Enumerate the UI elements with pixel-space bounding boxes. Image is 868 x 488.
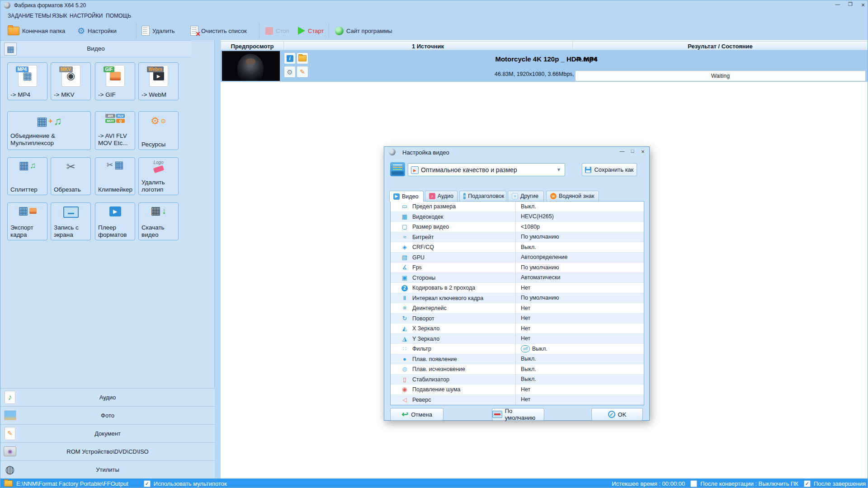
filter-off-badge: off — [521, 345, 530, 352]
setting-row-mirror-x[interactable]: ◭ X Зеркало Нет — [391, 324, 644, 334]
column-result[interactable]: Результат / Состояние — [572, 43, 868, 50]
tile-remove-logo[interactable]: Logo Удалить логотип — [138, 157, 179, 195]
edit-icon: ✎ — [300, 69, 305, 75]
setting-row-mirror-y[interactable]: ◮ Y Зеркало Нет — [391, 334, 644, 344]
maximize-button[interactable]: ❐ — [845, 1, 856, 9]
tab-watermark[interactable]: w Водяной знак — [546, 191, 599, 201]
setting-row-size-limit[interactable]: ▭ Предел размера Выкл. — [391, 202, 644, 212]
close-button[interactable]: × — [858, 1, 868, 9]
setting-row-stabilizer[interactable]: ▯ Стабилизатор Выкл. — [391, 375, 644, 385]
setting-row-two-pass[interactable]: 2 Кодировать в 2 прохода Нет — [391, 283, 644, 293]
sidebar-category-document[interactable]: ✎ Документ — [0, 424, 215, 442]
tile-to-avi-flv-mov[interactable]: AVI FLV MOV Q -> AVI FLV MOV Etc... — [95, 111, 135, 150]
setting-row-denoise[interactable]: ◉ Подавление шума Нет — [391, 385, 644, 395]
setting-row-gpu[interactable]: ▤ GPU Автоопределение — [391, 253, 644, 263]
multithread-checkbox[interactable]: ✓ — [144, 480, 151, 487]
toolbar-separator — [136, 23, 137, 38]
sidebar-category-photo[interactable]: Фото — [0, 406, 215, 424]
stop-button[interactable]: Стоп — [265, 24, 289, 38]
row-settings-button[interactable]: ⚙ — [284, 66, 296, 78]
tile-format-player[interactable]: ▶ Плеер форматов — [95, 202, 135, 240]
menu-themes[interactable]: ТЕМЫ — [35, 13, 51, 19]
setting-row-reverse[interactable]: ◁ Реверс Нет — [391, 395, 644, 405]
start-label: Старт — [308, 28, 324, 34]
tile-trim[interactable]: ✂ Обрезать — [51, 157, 91, 195]
output-path-folder-icon[interactable] — [4, 480, 13, 487]
toolbar-separator — [329, 23, 329, 38]
start-button[interactable]: Старт — [298, 24, 324, 38]
dialog-title-bar[interactable]: Настройка видео — □ × — [384, 147, 649, 158]
minimize-button[interactable]: — — [832, 1, 843, 9]
tile-download-video[interactable]: ▦↓ Скачать видео — [138, 202, 179, 240]
cancel-button[interactable]: ↩ Отмена — [390, 408, 443, 421]
settings-label: Настройки — [88, 28, 117, 34]
menu-help[interactable]: ПОМОЩЬ — [106, 13, 131, 19]
setting-row-fade-out[interactable]: ◍ Плав. исчезновение Выкл. — [391, 364, 644, 375]
setting-row-crf[interactable]: ◈ CRF/CQ Выкл. — [391, 242, 644, 253]
dialog-minimize-button[interactable]: — — [618, 148, 627, 155]
after-completion-label: После завершения — [814, 480, 866, 487]
sidebar-section-video[interactable]: ▦ Видео — [0, 40, 191, 57]
tab-audio[interactable]: ♪ Аудио — [425, 191, 458, 201]
export-frame-icon: ▦ — [8, 205, 47, 216]
tile-to-mp4[interactable]: MP4 ▦ -> MP4 — [7, 62, 47, 100]
tile-clipmaker[interactable]: ✂▦ Клипмейкер — [95, 157, 135, 195]
elapsed-time: Истекшее время : 00:00:00 — [612, 480, 685, 487]
dialog-maximize-button[interactable]: □ — [628, 148, 637, 155]
clear-list-button[interactable]: ✕ Очистить список — [190, 24, 247, 38]
menu-task[interactable]: ЗАДАНИЕ — [8, 13, 33, 19]
sidebar-category-audio[interactable]: ♪ Аудио — [0, 388, 215, 406]
task-row[interactable]: i ⚙ ✎ Motorcycle 4K 120p _ HDR.mp4 46.83… — [221, 50, 868, 82]
tile-export-frame[interactable]: ▦ Экспорт кадра — [7, 202, 47, 240]
settings-button[interactable]: ⚙ Настройки — [77, 24, 117, 38]
column-preview[interactable]: Предпросмотр — [221, 43, 283, 50]
tile-screen-record[interactable]: Запись с экрана — [51, 202, 91, 240]
output-folder-icon — [8, 27, 19, 35]
size-limit-icon: ▭ — [401, 202, 409, 212]
setting-row-deinterlace[interactable]: ≡ Деинтерлейс Нет — [391, 303, 644, 314]
tile-merge-mux[interactable]: ▦ + ♫ Объединение & Мультиплексор — [7, 111, 91, 150]
video-size-icon: ▢ — [401, 222, 409, 232]
dialog-close-button[interactable]: × — [638, 148, 647, 155]
format-factory-window: Фабрика форматов X64 5.20 — ❐ × ЗАДАНИЕ … — [0, 0, 868, 488]
mirror-y-icon: ◮ — [401, 334, 409, 344]
output-path[interactable]: E:\NNM\Format Factory Portable\FFOutput — [16, 480, 128, 487]
ok-button[interactable]: ✓ OK — [591, 408, 643, 421]
setting-row-aspect[interactable]: ▣ Стороны Автоматически — [391, 273, 644, 283]
sidebar-category-rom[interactable]: ◉ ROM Устройство\DVD\CD\ISO — [0, 442, 215, 460]
tile-to-mkv[interactable]: MKV ◉ -> MKV — [51, 62, 91, 100]
tile-resources[interactable]: ⚙⚙ Ресурсы — [138, 111, 179, 150]
menu-settings[interactable]: НАСТРОЙКИ — [70, 13, 103, 19]
setting-row-video-size[interactable]: ▢ Размер видео <1080p — [391, 222, 644, 232]
remove-button[interactable]: Удалить — [142, 24, 175, 38]
preset-dropdown[interactable]: ▶ Оптимальное качество и размер ▼ — [408, 163, 565, 176]
tab-video[interactable]: ▶ Видео — [389, 191, 424, 202]
video-section-label: Видео — [0, 45, 191, 52]
setting-row-bitrate[interactable]: ≈ Битрейт По умолчанию — [391, 232, 644, 243]
open-folder-button[interactable] — [297, 52, 308, 64]
setting-row-fps[interactable]: ∡ Fps По умолчанию — [391, 263, 644, 273]
sidebar-category-utilities[interactable]: ◍ Утилиты — [0, 460, 215, 479]
column-source[interactable]: 1 Источник — [283, 43, 572, 50]
tile-splitter[interactable]: ▦♫ Сплиттер — [7, 157, 47, 195]
after-completion-checkbox[interactable]: ✓ — [804, 480, 811, 487]
tab-subtitle[interactable]: ≡ Подзаголовок — [459, 191, 506, 201]
save-as-button[interactable]: Сохранить как — [582, 163, 637, 176]
default-button[interactable]: По умолчанию — [492, 408, 544, 421]
category-label: Фото — [0, 412, 215, 419]
setting-row-filter[interactable]: ∷ Фильтр off Выкл. — [391, 344, 644, 354]
tile-to-gif[interactable]: GIF -> GIF — [95, 62, 135, 100]
tab-other[interactable]: ≡ Другие — [508, 191, 544, 201]
setting-row-rotate[interactable]: ↻ Поворот Нет — [391, 314, 644, 324]
setting-row-video-codec[interactable]: ▦ Видеокодек HEVC(H265) — [391, 212, 644, 222]
rename-button[interactable]: ✎ — [297, 66, 308, 78]
setting-row-fade-in[interactable]: ● Плав. появление Выкл. — [391, 354, 644, 365]
info-button[interactable]: i — [284, 52, 296, 64]
menu-language[interactable]: ЯЗЫК — [52, 13, 67, 19]
website-button[interactable]: Сайт программы — [335, 24, 392, 38]
output-folder-button[interactable]: Конечная папка — [8, 24, 65, 38]
setting-row-keyframe[interactable]: ‖ Интервал ключевого кадра По умолчанию — [391, 293, 644, 304]
tile-to-webm[interactable]: Webm ▶ -> WebM — [138, 62, 179, 100]
shutdown-after-checkbox[interactable] — [690, 480, 697, 487]
other-tab-icon: ≡ — [512, 193, 518, 199]
